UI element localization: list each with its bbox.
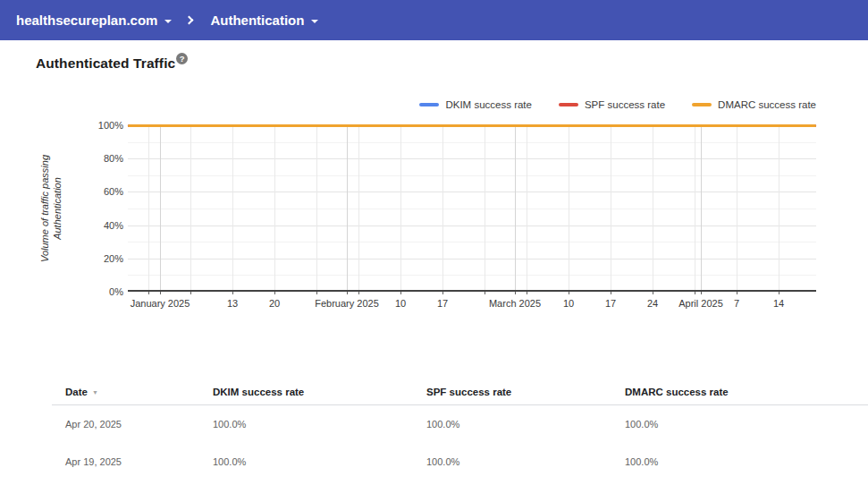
x-tick-mark xyxy=(611,292,611,294)
x-tick-label: 20 xyxy=(269,298,280,309)
x-tick-mark xyxy=(274,292,275,294)
x-tick-mark xyxy=(160,292,161,294)
table-header-row: Date▼DKIM success rateSPF success rateDM… xyxy=(52,379,868,405)
x-tick-label: 7 xyxy=(734,298,739,309)
chart-legend: DKIM success rateSPF success rateDMARC s… xyxy=(392,99,816,110)
rate-cell: 100.0% xyxy=(426,456,625,467)
x-tick-mark xyxy=(569,292,569,294)
legend-label: DMARC success rate xyxy=(718,99,816,110)
help-icon[interactable]: ? xyxy=(176,53,188,64)
column-header-label: DKIM success rate xyxy=(213,387,304,397)
x-tick-mark xyxy=(695,292,695,294)
table-row: Apr 20, 2025100.0%100.0%100.0% xyxy=(52,405,868,443)
legend-label: SPF success rate xyxy=(585,99,665,110)
y-tick-label: 100% xyxy=(98,120,123,131)
x-tick-mark xyxy=(148,292,149,294)
x-tick-mark xyxy=(485,292,485,294)
caret-down-icon xyxy=(311,20,318,23)
x-tick-mark xyxy=(779,292,780,294)
traffic-table: Date▼DKIM success rateSPF success rateDM… xyxy=(52,379,868,481)
x-tick-label: March 2025 xyxy=(489,298,541,309)
y-tick-label: 40% xyxy=(104,220,123,231)
section-selector-dropdown[interactable]: Authentication xyxy=(203,0,325,40)
x-tick-label: 17 xyxy=(437,298,448,309)
x-tick-label: 10 xyxy=(563,298,574,309)
x-tick-mark xyxy=(232,292,233,294)
breadcrumb-chevron-icon xyxy=(185,16,194,25)
legend-label: DKIM success rate xyxy=(445,99,532,110)
x-tick-label: 17 xyxy=(605,298,616,309)
chart-plot-area[interactable] xyxy=(128,125,816,292)
caret-down-icon xyxy=(164,20,172,23)
rate-cell: 100.0% xyxy=(213,456,426,467)
column-header-label: SPF success rate xyxy=(426,387,511,397)
column-header-label: Date xyxy=(65,387,88,397)
x-tick-mark xyxy=(316,292,317,294)
y-tick-label: 20% xyxy=(104,253,123,264)
legend-item-dmarc: DMARC success rate xyxy=(692,99,816,110)
domain-label: healthsecureplan.com xyxy=(16,13,157,28)
y-tick-label: 0% xyxy=(109,286,123,297)
table-row: Apr 19, 2025100.0%100.0%100.0% xyxy=(52,443,868,481)
top-nav-bar: healthsecureplan.com Authentication xyxy=(0,0,868,40)
x-tick-label: 10 xyxy=(395,298,406,309)
sort-descending-icon: ▼ xyxy=(92,389,98,396)
x-tick-mark xyxy=(737,292,737,294)
x-tick-mark xyxy=(515,292,516,294)
column-header-date[interactable]: Date▼ xyxy=(52,387,213,397)
page-title: Authenticated Traffic xyxy=(36,55,175,72)
x-tick-label: February 2025 xyxy=(315,298,379,309)
x-tick-mark xyxy=(442,292,443,294)
table-body: Apr 20, 2025100.0%100.0%100.0%Apr 19, 20… xyxy=(52,405,868,481)
x-tick-label: 24 xyxy=(647,298,658,309)
column-header-label: DMARC success rate xyxy=(625,387,729,397)
x-tick-mark xyxy=(701,292,702,294)
page-title-row: Authenticated Traffic ? xyxy=(36,55,188,72)
x-tick-label: 13 xyxy=(227,298,238,309)
column-header-dmarc-success-rate: DMARC success rate xyxy=(625,387,868,397)
domain-selector-dropdown[interactable]: healthsecureplan.com xyxy=(9,0,179,40)
y-tick-label: 80% xyxy=(104,153,123,164)
y-tick-label: 60% xyxy=(104,186,123,197)
rate-cell: 100.0% xyxy=(625,456,868,467)
rate-cell: 100.0% xyxy=(213,419,426,430)
x-tick-mark xyxy=(400,292,401,294)
x-tick-label: April 2025 xyxy=(678,298,723,309)
y-axis-title: Volume of traffic passing Authentication xyxy=(38,155,63,262)
legend-swatch-icon xyxy=(419,103,439,106)
legend-item-dkim: DKIM success rate xyxy=(419,99,532,110)
x-tick-label: January 2025 xyxy=(131,298,190,309)
rate-cell: 100.0% xyxy=(426,419,625,430)
date-cell: Apr 20, 2025 xyxy=(52,419,213,430)
x-tick-mark xyxy=(190,292,191,294)
rate-cell: 100.0% xyxy=(625,419,868,430)
column-header-dkim-success-rate: DKIM success rate xyxy=(213,387,426,397)
date-cell: Apr 19, 2025 xyxy=(52,456,213,467)
section-label: Authentication xyxy=(210,13,304,28)
x-tick-label: 14 xyxy=(773,298,784,309)
legend-item-spf: SPF success rate xyxy=(559,99,665,110)
x-tick-mark xyxy=(358,292,359,294)
authenticated-traffic-chart: DKIM success rateSPF success rateDMARC s… xyxy=(0,85,868,319)
x-tick-mark xyxy=(527,292,527,294)
x-tick-mark xyxy=(347,292,348,294)
legend-swatch-icon xyxy=(559,103,578,106)
postmaster-dashboard: healthsecureplan.com Authentication Auth… xyxy=(0,0,868,485)
column-header-spf-success-rate: SPF success rate xyxy=(426,387,625,397)
x-tick-mark xyxy=(653,292,653,294)
legend-swatch-icon xyxy=(692,103,712,106)
